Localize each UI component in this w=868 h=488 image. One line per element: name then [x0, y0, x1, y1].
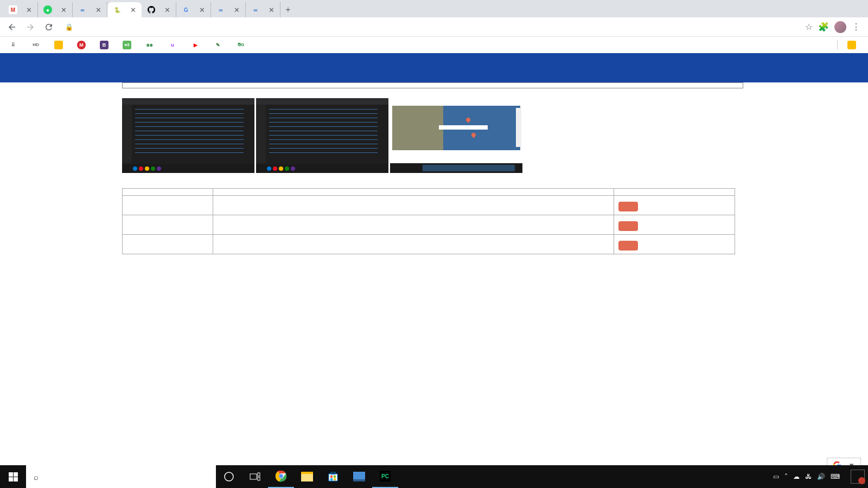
taskbar-search[interactable]: ⌕ — [26, 465, 216, 488]
svg-rect-18 — [353, 479, 365, 481]
bookmark-bootstrap4[interactable]: w3 — [118, 38, 139, 52]
flag-button[interactable] — [618, 202, 638, 211]
svg-point-0 — [225, 472, 233, 481]
svg-rect-13 — [330, 476, 333, 478]
td-points — [123, 196, 213, 215]
close-icon[interactable]: ✕ — [26, 6, 32, 14]
table-row — [123, 235, 735, 254]
tab-coursera-resubmit[interactable]: ∞ ✕ — [246, 2, 280, 17]
lock-icon: 🔒 — [65, 23, 73, 31]
td-comment — [213, 215, 614, 235]
volume-icon[interactable]: 🔊 — [817, 473, 825, 480]
bookmark-apps[interactable]: ⠿ — [4, 38, 25, 52]
close-icon[interactable]: ✕ — [95, 6, 101, 14]
file-explorer-icon[interactable] — [294, 465, 320, 488]
td-comment — [213, 235, 614, 254]
close-icon[interactable]: ✕ — [130, 6, 136, 14]
close-icon[interactable]: ✕ — [234, 6, 240, 14]
bookmarks-bar: ⠿ HD M B w3 ɵɵ u ▶ ✎ ƏG — [0, 37, 868, 53]
taskbar: ⌕ PC ▭ ˄ ☁ 🖧 🔊 ⌨ — [0, 465, 868, 488]
svg-rect-15 — [330, 478, 333, 480]
instructions-box — [122, 82, 743, 88]
bookmark-pythonbeginner[interactable]: u — [164, 38, 184, 52]
thumbnail-2[interactable] — [256, 98, 388, 173]
grades-table — [122, 188, 735, 254]
chrome-icon[interactable] — [268, 465, 294, 488]
search-icon: ⌕ — [34, 472, 39, 481]
svg-rect-3 — [258, 477, 260, 480]
notif-badge — [858, 477, 865, 484]
address-bar: 🔒 ☆ 🧩 ⋮ — [0, 17, 868, 37]
td-comment — [213, 196, 614, 215]
flag-button[interactable] — [618, 221, 638, 231]
bookmark-timecomplex[interactable]: ɵɵ — [141, 38, 162, 52]
reload-button[interactable] — [41, 20, 56, 35]
page-banner — [0, 53, 868, 82]
tab-github[interactable]: ✕ — [142, 2, 176, 17]
close-icon[interactable]: ✕ — [164, 6, 170, 14]
tab-whatsapp[interactable]: ● ✕ — [38, 2, 73, 17]
bookmark-bank[interactable] — [50, 38, 71, 52]
table-row — [123, 196, 735, 215]
thumbnail-3[interactable] — [390, 98, 522, 173]
microsoft-store-icon[interactable] — [320, 465, 346, 488]
svg-rect-10 — [301, 474, 313, 481]
menu-icon[interactable]: ⋮ — [852, 22, 860, 32]
close-icon[interactable]: ✕ — [269, 6, 275, 14]
svg-text:PC: PC — [381, 473, 389, 479]
other-bookmarks[interactable] — [843, 38, 864, 52]
app-icon[interactable] — [346, 465, 372, 488]
td-points — [123, 215, 213, 235]
tray-chevron-icon[interactable]: ˄ — [784, 473, 788, 480]
svg-rect-16 — [334, 478, 336, 480]
close-icon[interactable]: ✕ — [199, 6, 205, 14]
bookmark-pythonsub[interactable]: ƏG — [232, 38, 253, 52]
svg-point-8 — [279, 474, 283, 478]
tab-coursera-db[interactable]: ∞ ✕ — [73, 2, 107, 17]
star-icon[interactable]: ☆ — [805, 22, 813, 32]
td-points — [123, 235, 213, 254]
back-button[interactable] — [4, 20, 20, 35]
th-comments — [213, 189, 614, 196]
flag-button[interactable] — [618, 241, 638, 251]
tab-coursera-disc[interactable]: ∞ ✕ — [211, 2, 246, 17]
extensions-icon[interactable]: 🧩 — [818, 22, 829, 32]
forward-button[interactable] — [23, 20, 38, 35]
svg-rect-14 — [334, 476, 336, 478]
pycharm-icon[interactable]: PC — [372, 465, 398, 488]
keyboard-icon[interactable]: ⌨ — [831, 473, 840, 480]
action-center-icon[interactable]: ▭ — [773, 473, 779, 480]
profile-avatar[interactable] — [834, 21, 846, 33]
url-field[interactable]: 🔒 — [60, 23, 802, 31]
tab-strip: M ✕ ● ✕ ∞ ✕ 🐍 ✕ ✕ G ✕ ∞ ✕ ∞ ✕ + — [0, 0, 868, 17]
bookmark-bootstrap[interactable]: B — [95, 38, 116, 52]
bookmark-mega[interactable]: M — [73, 38, 93, 52]
network-icon[interactable]: 🖧 — [805, 473, 812, 480]
svg-rect-2 — [258, 473, 260, 476]
svg-rect-17 — [353, 472, 365, 479]
tab-google[interactable]: G ✕ — [176, 2, 211, 17]
new-tab-button[interactable]: + — [280, 2, 296, 17]
divider — [837, 40, 838, 50]
th-action — [614, 189, 735, 196]
task-view-icon[interactable] — [242, 465, 268, 488]
close-icon[interactable]: ✕ — [61, 6, 67, 14]
bookmark-youtube[interactable]: ▶ — [187, 38, 207, 52]
onedrive-icon[interactable]: ☁ — [793, 473, 800, 480]
start-button[interactable] — [0, 465, 26, 488]
cortana-icon[interactable] — [216, 465, 242, 488]
bookmark-aboutus[interactable]: HD — [27, 38, 48, 52]
svg-rect-1 — [250, 474, 257, 479]
tab-gmail[interactable]: M ✕ — [3, 2, 38, 17]
th-points — [123, 189, 213, 196]
notifications-icon[interactable] — [851, 470, 865, 484]
thumbnail-1[interactable] — [122, 98, 254, 173]
tab-py4e[interactable]: 🐍 ✕ — [107, 2, 142, 17]
bookmark-bankers[interactable]: ✎ — [209, 38, 230, 52]
svg-rect-11 — [329, 474, 337, 481]
table-row — [123, 215, 735, 235]
submission-thumbnails — [122, 98, 743, 173]
